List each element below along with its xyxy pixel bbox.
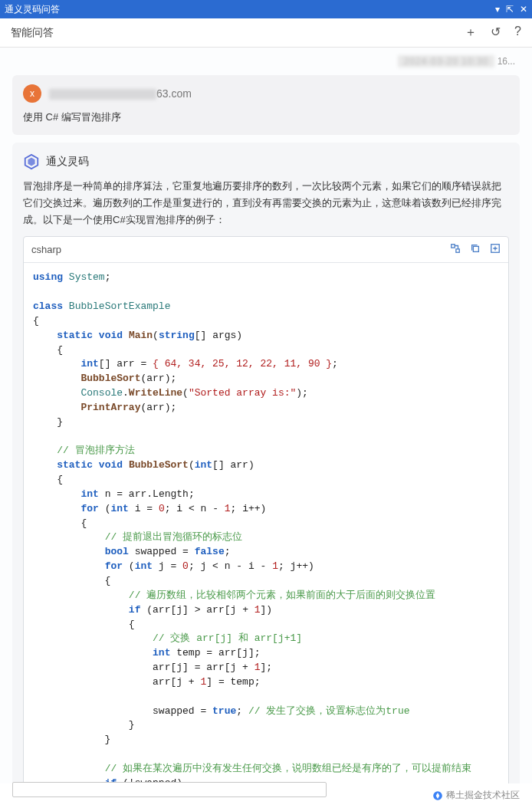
user-email: 63.com (49, 87, 192, 100)
timestamp-blurred: 2024-03-20 10:30 (398, 55, 495, 67)
chat-content: 2024-03-20 10:30 16... x 63.com 使用 C# 编写… (0, 48, 532, 783)
email-blurred (49, 89, 156, 100)
ai-logo-icon (23, 153, 40, 170)
user-header: x 63.com (23, 84, 509, 103)
window-titlebar: 通义灵码问答 ▾ ⇱ ✕ (0, 0, 532, 18)
new-chat-icon[interactable]: ＋ (465, 25, 477, 41)
panel-title: 智能问答 (11, 26, 465, 40)
svg-rect-3 (456, 249, 459, 252)
svg-marker-1 (28, 158, 34, 166)
code-header: csharp (24, 237, 508, 263)
user-message-block: x 63.com 使用 C# 编写冒泡排序 (12, 75, 520, 135)
toolbar: 智能问答 ＋ ↺ ? (0, 18, 532, 48)
ai-header: 通义灵码 (23, 153, 509, 170)
close-icon[interactable]: ✕ (520, 4, 527, 15)
insert-code-icon[interactable] (450, 243, 461, 256)
code-language-label: csharp (31, 244, 450, 255)
user-message-text: 使用 C# 编写冒泡排序 (23, 110, 509, 124)
help-icon[interactable]: ? (514, 25, 521, 41)
ai-response-block: 通义灵码 冒泡排序是一种简单的排序算法，它重复地遍历要排序的数列，一次比较两个元… (12, 143, 520, 783)
ai-explanation: 冒泡排序是一种简单的排序算法，它重复地遍历要排序的数列，一次比较两个元素，如果它… (23, 178, 509, 228)
toolbar-actions: ＋ ↺ ? (465, 25, 521, 41)
code-body[interactable]: using System; class BubbleSortExample { … (24, 263, 508, 783)
timestamp-row: 2024-03-20 10:30 16... (0, 48, 532, 71)
chat-input[interactable] (12, 782, 327, 797)
copy-code-icon[interactable] (470, 243, 481, 256)
svg-rect-2 (452, 245, 455, 248)
window-controls: ▾ ⇱ ✕ (495, 4, 527, 15)
pin-icon[interactable]: ⇱ (506, 4, 514, 15)
dropdown-icon[interactable]: ▾ (495, 4, 500, 15)
svg-rect-4 (473, 247, 478, 252)
ai-name: 通义灵码 (46, 155, 89, 169)
history-icon[interactable]: ↺ (491, 25, 501, 41)
code-card: csharp using System; class BubbleSortExa… (23, 236, 509, 783)
watermark: 稀土掘金技术社区 (428, 787, 524, 803)
window-title: 通义灵码问答 (5, 3, 495, 16)
timestamp-suffix: 16... (498, 56, 515, 67)
watermark-text: 稀土掘金技术社区 (446, 789, 520, 802)
avatar: x (23, 84, 41, 103)
code-actions (450, 243, 501, 256)
email-suffix: 63.com (156, 87, 192, 100)
new-file-icon[interactable] (490, 243, 501, 256)
